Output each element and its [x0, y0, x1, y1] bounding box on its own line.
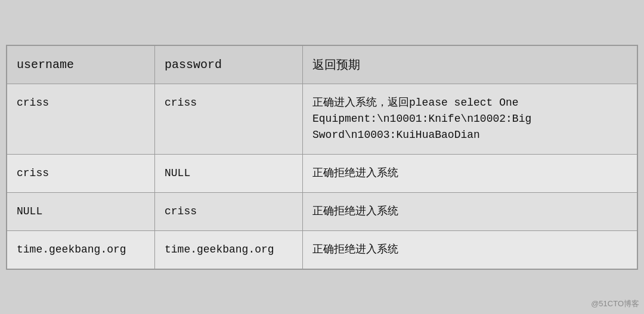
table-header: username password 返回预期 — [7, 45, 637, 84]
cell-expected: 正确拒绝进入系统 — [303, 192, 637, 230]
col-header-expected: 返回预期 — [303, 45, 637, 84]
data-table: username password 返回预期 crisscriss正确进入系统，… — [7, 45, 637, 269]
table-body: crisscriss正确进入系统，返回please select One Equ… — [7, 84, 637, 269]
cell-password: criss — [155, 192, 303, 230]
cell-password: NULL — [155, 154, 303, 192]
col-header-password: password — [155, 45, 303, 84]
cell-expected: 正确拒绝进入系统 — [303, 230, 637, 269]
cell-username: time.geekbang.org — [7, 230, 155, 269]
table-row: crissNULL正确拒绝进入系统 — [7, 154, 637, 192]
cell-password: criss — [155, 84, 303, 154]
cell-expected: 正确进入系统，返回please select One Equipment:\n1… — [303, 84, 637, 154]
table-row: crisscriss正确进入系统，返回please select One Equ… — [7, 84, 637, 154]
table-row: NULLcriss正确拒绝进入系统 — [7, 192, 637, 230]
cell-username: criss — [7, 84, 155, 154]
col-header-username: username — [7, 45, 155, 84]
table-row: time.geekbang.orgtime.geekbang.org正确拒绝进入… — [7, 230, 637, 269]
cell-expected: 正确拒绝进入系统 — [303, 154, 637, 192]
cell-password: time.geekbang.org — [155, 230, 303, 269]
cell-username: NULL — [7, 192, 155, 230]
cell-username: criss — [7, 154, 155, 192]
data-table-wrapper: username password 返回预期 crisscriss正确进入系统，… — [6, 45, 638, 270]
watermark: @51CTO博客 — [591, 298, 639, 309]
